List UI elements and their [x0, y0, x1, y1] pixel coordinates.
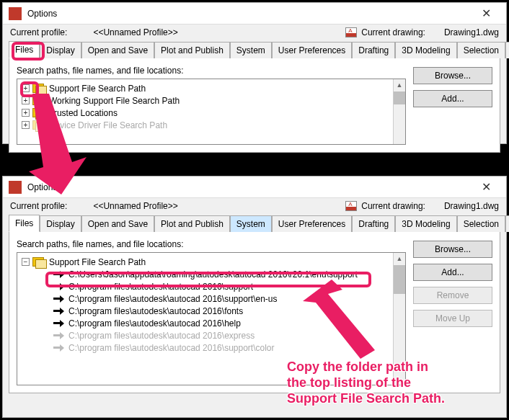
- tree-item-label: Working Support File Search Path: [49, 96, 180, 106]
- current-profile-label: Current profile:: [10, 27, 67, 37]
- scroll-up-icon[interactable]: ▲: [394, 79, 405, 91]
- folder-icon: [32, 96, 45, 106]
- tab-strip: Files Display Open and Save Plot and Pub…: [9, 40, 500, 58]
- drawing-icon: [345, 27, 357, 37]
- path-arrow-icon: [53, 283, 65, 290]
- moveup-button[interactable]: Move Up: [413, 310, 492, 327]
- current-drawing-value: Drawing1.dwg: [444, 201, 499, 211]
- tree-item-support[interactable]: + Support File Search Path: [17, 82, 405, 94]
- tab-profiles[interactable]: Profiles: [505, 215, 509, 232]
- add-button[interactable]: Add...: [413, 90, 492, 107]
- annotation-text: Copy the folder path in the top listing …: [287, 359, 503, 406]
- path-arrow-icon: [53, 344, 65, 352]
- panel-label: Search paths, file names, and file locat…: [17, 66, 406, 76]
- current-drawing-value: Drawing1.dwg: [444, 27, 499, 37]
- files-panel: Search paths, file names, and file locat…: [9, 58, 500, 153]
- tree-item-label: Trusted Locations: [49, 108, 118, 118]
- window-title: Options: [27, 182, 57, 192]
- tab-system[interactable]: System: [230, 42, 272, 58]
- folder-icon: [32, 108, 45, 118]
- tree-item-label: Device Driver File Search Path: [49, 120, 167, 130]
- path-arrow-icon: [53, 295, 65, 303]
- current-profile-value: <<Unnamed Profile>>: [93, 201, 177, 211]
- current-drawing-label: Current drawing:: [361, 201, 425, 211]
- tab-open-save[interactable]: Open and Save: [81, 42, 154, 58]
- folder-icon: [32, 120, 45, 130]
- expand-icon[interactable]: +: [22, 121, 30, 129]
- tab-system[interactable]: System: [230, 215, 272, 232]
- tab-user-prefs[interactable]: User Preferences: [272, 42, 352, 58]
- tab-drafting[interactable]: Drafting: [352, 42, 395, 58]
- tab-files[interactable]: Files: [9, 41, 40, 58]
- path-text: C:\program files\autodesk\autocad 2016\h…: [68, 318, 241, 329]
- window-title: Options: [27, 9, 57, 19]
- scroll-thumb[interactable]: [394, 265, 405, 294]
- close-icon[interactable]: ✕: [472, 180, 500, 194]
- tree-path-3[interactable]: C:\program files\autodesk\autocad 2016\f…: [17, 305, 405, 317]
- tree-item-support-root[interactable]: − Support File Search Path: [17, 256, 405, 268]
- expand-icon[interactable]: +: [22, 109, 30, 117]
- collapse-icon[interactable]: −: [22, 258, 30, 266]
- titlebar: Options ✕: [3, 177, 506, 198]
- tab-display[interactable]: Display: [40, 215, 81, 232]
- add-button[interactable]: Add...: [413, 264, 492, 281]
- path-arrow-icon: [53, 308, 65, 315]
- tree-path-2[interactable]: C:\program files\autodesk\autocad 2016\s…: [17, 292, 405, 305]
- folder-icon: [32, 84, 45, 94]
- tab-3d-modeling[interactable]: 3D Modeling: [395, 42, 456, 58]
- tab-open-save[interactable]: Open and Save: [81, 215, 154, 232]
- drawing-icon: [345, 201, 357, 211]
- browse-button[interactable]: Browse...: [413, 241, 492, 258]
- current-drawing-label: Current drawing:: [361, 27, 425, 37]
- current-profile-label: Current profile:: [10, 201, 67, 211]
- tree-item-trusted[interactable]: + Trusted Locations: [17, 107, 405, 119]
- tab-selection[interactable]: Selection: [457, 215, 505, 232]
- current-profile-value: <<Unnamed Profile>>: [93, 27, 177, 37]
- tree-path-0[interactable]: C:\Users\Jason\appdata\roaming\autodesk\…: [17, 268, 405, 280]
- tab-plot-publish[interactable]: Plot and Publish: [154, 215, 230, 232]
- profile-row: Current profile: <<Unnamed Profile>> Cur…: [3, 198, 506, 213]
- tree-item-working[interactable]: + Working Support File Search Path: [17, 94, 405, 107]
- tree-path-4[interactable]: C:\program files\autodesk\autocad 2016\h…: [17, 317, 405, 329]
- tab-strip: Files Display Open and Save Plot and Pub…: [9, 214, 500, 231]
- tab-profiles[interactable]: Profiles: [505, 42, 509, 58]
- path-text: C:\program files\autodesk\autocad 2016\s…: [68, 294, 278, 304]
- path-text: C:\program files\autodesk\autocad 2016\f…: [68, 306, 243, 316]
- folder-icon: [32, 257, 45, 267]
- titlebar: Options ✕: [3, 3, 506, 24]
- close-icon[interactable]: ✕: [472, 6, 500, 20]
- browse-button[interactable]: Browse...: [413, 67, 492, 84]
- profile-row: Current profile: <<Unnamed Profile>> Cur…: [3, 24, 506, 39]
- path-arrow-icon: [53, 332, 65, 339]
- app-logo-icon: [9, 7, 22, 20]
- options-dialog-top: Options ✕ Current profile: <<Unnamed Pro…: [2, 2, 507, 144]
- tree-path-1[interactable]: C:\program files\autodesk\autocad 2016\s…: [17, 280, 405, 292]
- tree-path-6[interactable]: C:\program files\autodesk\autocad 2016\s…: [17, 341, 405, 354]
- tree-view[interactable]: + Support File Search Path + Working Sup…: [17, 79, 406, 145]
- tab-3d-modeling[interactable]: 3D Modeling: [395, 215, 456, 232]
- tab-drafting[interactable]: Drafting: [352, 215, 395, 232]
- expand-icon[interactable]: +: [22, 84, 30, 92]
- path-text: C:\Users\Jason\appdata\roaming\autodesk\…: [68, 269, 358, 280]
- remove-button[interactable]: Remove: [413, 287, 492, 304]
- path-arrow-icon: [53, 271, 65, 278]
- expand-icon[interactable]: +: [22, 97, 30, 104]
- tab-files[interactable]: Files: [9, 215, 40, 232]
- scroll-up-icon[interactable]: ▲: [394, 253, 405, 265]
- tab-user-prefs[interactable]: User Preferences: [272, 215, 352, 232]
- path-text: C:\program files\autodesk\autocad 2016\s…: [68, 282, 253, 292]
- tree-item-label: Support File Search Path: [49, 84, 146, 94]
- tab-selection[interactable]: Selection: [457, 42, 505, 58]
- panel-label: Search paths, file names, and file locat…: [17, 239, 406, 249]
- path-text: C:\program files\autodesk\autocad 2016\e…: [68, 331, 254, 341]
- scrollbar[interactable]: ▲: [393, 79, 405, 144]
- tree-path-5[interactable]: C:\program files\autodesk\autocad 2016\e…: [17, 329, 405, 341]
- tree-item-label: Support File Search Path: [49, 257, 146, 267]
- tab-display[interactable]: Display: [40, 42, 81, 58]
- scroll-thumb[interactable]: [394, 91, 405, 104]
- path-text: C:\program files\autodesk\autocad 2016\s…: [68, 343, 275, 353]
- app-logo-icon: [9, 181, 22, 194]
- tab-plot-publish[interactable]: Plot and Publish: [154, 42, 230, 58]
- path-arrow-icon: [53, 320, 65, 327]
- tree-item-device[interactable]: + Device Driver File Search Path: [17, 119, 405, 131]
